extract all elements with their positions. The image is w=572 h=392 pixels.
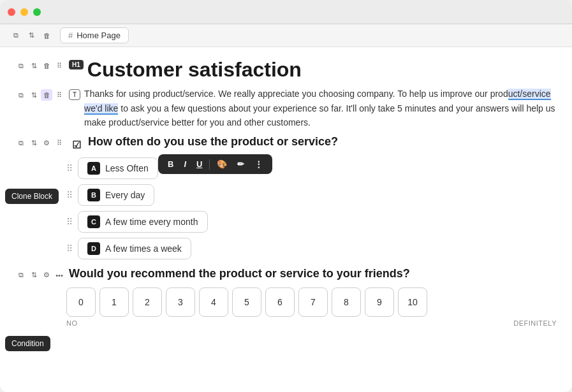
rating-label-high: DEFINITELY: [513, 319, 557, 327]
text-block-row: ⧉ ⇅ 🗑 ⠿ T Thanks for using product/servi…: [15, 87, 557, 129]
rating-9[interactable]: 9: [365, 287, 394, 317]
h1-copy-icon[interactable]: ⧉: [15, 60, 27, 71]
rating-5[interactable]: 5: [232, 287, 261, 317]
tab-hash-icon: #: [68, 31, 73, 40]
toolbar-adjust-icon[interactable]: ⇅: [26, 30, 37, 41]
rating-row: 0 1 2 3 4 5 6 7 8 9 10: [66, 287, 557, 317]
option-a-button[interactable]: A Less Often: [78, 157, 158, 179]
q2-more-icon[interactable]: •••: [54, 270, 65, 281]
italic-button[interactable]: I: [180, 158, 189, 170]
option-row-a: ⠿ A Less Often: [66, 157, 557, 179]
toolbar-copy-icon[interactable]: ⧉: [10, 30, 22, 41]
floating-toolbar: B I U 🎨 ✏ ⋮: [158, 154, 272, 174]
option-c-letter: C: [87, 215, 100, 228]
h1-block-row: ⧉ ⇅ 🗑 ⠿ H1 Customer satisfaction: [15, 57, 557, 82]
underline-button[interactable]: U: [193, 158, 205, 170]
content-area: ⧉ ⇅ 🗑 ⠿ H1 Customer satisfaction ⧉ ⇅ 🗑 ⠿…: [0, 47, 572, 392]
toolbar-delete-icon[interactable]: 🗑: [41, 30, 52, 41]
option-c-button[interactable]: C A few time every month: [78, 211, 208, 233]
option-c-text: A few time every month: [105, 217, 198, 227]
option-b-letter: B: [87, 189, 100, 201]
bold-button[interactable]: B: [165, 158, 177, 170]
text-adjust-icon[interactable]: ⇅: [28, 89, 40, 101]
rating-4[interactable]: 4: [199, 287, 228, 317]
color-button[interactable]: 🎨: [214, 158, 230, 170]
rating-labels: NO DEFINITELY: [66, 319, 557, 327]
option-d-drag[interactable]: ⠿: [66, 243, 73, 254]
text-content[interactable]: Thanks for using product/service. We rea…: [84, 87, 557, 129]
maximize-button[interactable]: [33, 8, 41, 16]
question1-block-row: ⧉ ⇅ ⚙ ⠿ ☑ How often do you use the produ…: [15, 135, 557, 152]
more-button[interactable]: ⋮: [251, 158, 266, 170]
tab-label: Home Page: [77, 31, 121, 40]
rating-6[interactable]: 6: [265, 287, 295, 317]
clone-block-tooltip: Clone Block: [5, 189, 59, 204]
question2-text[interactable]: Would you recommend the product or servi…: [69, 267, 557, 280]
rating-0[interactable]: 0: [66, 287, 96, 317]
q2-copy-icon[interactable]: ⧉: [15, 270, 27, 281]
options-list: ⠿ A Less Often ⠿ B Every day ⠿ C A few t…: [66, 157, 557, 259]
q2-block-controls: ⧉ ⇅ ⚙ •••: [15, 267, 65, 281]
rating-10[interactable]: 10: [398, 287, 427, 317]
text-highlight: uct/service we'd like: [84, 89, 551, 114]
q2-adjust-icon[interactable]: ⇅: [28, 270, 40, 281]
minimize-button[interactable]: [20, 8, 28, 16]
q1-copy-icon[interactable]: ⧉: [15, 138, 27, 149]
text-copy-icon[interactable]: ⧉: [15, 89, 27, 101]
question1-text[interactable]: How often do you use the product or serv…: [88, 135, 557, 149]
home-page-tab[interactable]: # Home Page: [60, 27, 129, 43]
h1-delete-icon[interactable]: 🗑: [41, 60, 52, 71]
option-a-drag[interactable]: ⠿: [66, 163, 73, 173]
toolbar-divider1: [209, 159, 210, 170]
rating-1[interactable]: 1: [99, 287, 129, 317]
q1-drag-icon[interactable]: ⠿: [54, 138, 65, 149]
text-drag-icon[interactable]: ⠿: [54, 89, 65, 101]
condition-tooltip: Condition: [5, 336, 50, 351]
option-c-drag[interactable]: ⠿: [66, 217, 73, 227]
rating-label-low: NO: [66, 319, 78, 327]
option-row-b: ⠿ B Every day: [66, 184, 557, 206]
h1-block-controls: ⧉ ⇅ 🗑 ⠿: [15, 57, 65, 71]
q1-gear-icon[interactable]: ⚙: [41, 138, 52, 149]
option-d-button[interactable]: D A few times a week: [78, 238, 191, 259]
option-b-button[interactable]: B Every day: [78, 184, 154, 206]
close-button[interactable]: [8, 8, 15, 16]
option-b-text: Every day: [105, 190, 145, 200]
option-row-d: ⠿ D A few times a week: [66, 238, 557, 259]
q2-gear-icon[interactable]: ⚙: [41, 270, 52, 281]
tab-bar: ⧉ ⇅ 🗑 # Home Page: [0, 24, 572, 47]
h1-type-badge: H1: [69, 60, 84, 69]
option-row-c: ⠿ C A few time every month: [66, 211, 557, 233]
option-d-letter: D: [87, 242, 100, 255]
option-a-letter: A: [87, 162, 100, 175]
option-d-text: A few times a week: [105, 243, 182, 254]
h1-text[interactable]: Customer satisfaction: [87, 57, 557, 82]
option-a-text: Less Often: [105, 163, 149, 173]
question2-block-row: ⧉ ⇅ ⚙ ••• Would you recommend the produc…: [15, 267, 557, 281]
text-block-controls: ⧉ ⇅ 🗑 ⠿: [15, 87, 65, 101]
option-b-drag[interactable]: ⠿: [66, 190, 73, 200]
rating-2[interactable]: 2: [133, 287, 162, 317]
text-delete-icon[interactable]: 🗑: [41, 89, 52, 101]
rating-3[interactable]: 3: [166, 287, 195, 317]
rating-7[interactable]: 7: [298, 287, 328, 317]
edit-button[interactable]: ✏: [234, 158, 247, 170]
h1-adjust-icon[interactable]: ⇅: [28, 60, 40, 71]
q1-adjust-icon[interactable]: ⇅: [28, 138, 40, 149]
text-type-badge: T: [69, 89, 80, 100]
q1-block-controls: ⧉ ⇅ ⚙ ⠿: [15, 135, 65, 149]
rating-8[interactable]: 8: [332, 287, 361, 317]
title-bar: [0, 0, 572, 24]
q1-type-badge: ☑: [69, 138, 84, 152]
h1-drag-icon[interactable]: ⠿: [54, 60, 65, 71]
